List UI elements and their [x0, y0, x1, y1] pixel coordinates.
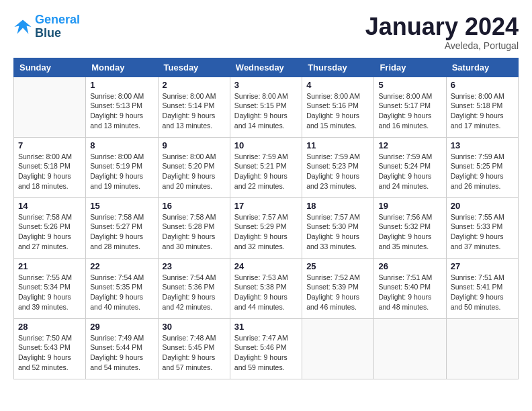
day-number: 16 — [163, 201, 226, 211]
day-info: Sunrise: 7:47 AMSunset: 5:46 PMDaylight:… — [234, 333, 298, 373]
logo: General Blue — [13, 13, 80, 40]
calendar-cell: 11Sunrise: 7:59 AMSunset: 5:23 PMDayligh… — [302, 137, 374, 197]
day-number: 18 — [306, 201, 369, 211]
calendar-cell: 31Sunrise: 7:47 AMSunset: 5:46 PMDayligh… — [230, 318, 302, 379]
day-info: Sunrise: 8:00 AMSunset: 5:13 PMDaylight:… — [90, 91, 153, 131]
day-number: 25 — [306, 261, 369, 271]
day-info: Sunrise: 7:59 AMSunset: 5:21 PMDaylight:… — [234, 152, 298, 191]
day-info: Sunrise: 8:00 AMSunset: 5:20 PMDaylight:… — [163, 152, 226, 191]
calendar-cell — [446, 318, 518, 379]
svg-marker-0 — [14, 19, 31, 34]
calendar-cell: 9Sunrise: 8:00 AMSunset: 5:20 PMDaylight… — [158, 137, 230, 197]
week-row-3: 14Sunrise: 7:58 AMSunset: 5:26 PMDayligh… — [14, 197, 519, 258]
calendar-cell: 19Sunrise: 7:56 AMSunset: 5:32 PMDayligh… — [374, 197, 446, 258]
calendar-cell: 18Sunrise: 7:57 AMSunset: 5:30 PMDayligh… — [302, 197, 374, 258]
calendar-cell: 27Sunrise: 7:51 AMSunset: 5:41 PMDayligh… — [446, 258, 518, 318]
calendar-cell: 1Sunrise: 8:00 AMSunset: 5:13 PMDaylight… — [86, 77, 158, 137]
calendar-table: SundayMondayTuesdayWednesdayThursdayFrid… — [13, 58, 519, 379]
day-number: 4 — [306, 80, 369, 90]
day-info: Sunrise: 8:00 AMSunset: 5:18 PMDaylight:… — [451, 91, 514, 131]
day-number: 2 — [163, 80, 226, 90]
calendar-cell: 7Sunrise: 8:00 AMSunset: 5:18 PMDaylight… — [14, 137, 86, 197]
day-number: 14 — [18, 201, 81, 211]
day-number: 17 — [234, 201, 298, 211]
calendar-cell — [374, 318, 446, 379]
day-info: Sunrise: 8:00 AMSunset: 5:18 PMDaylight:… — [18, 152, 81, 191]
day-info: Sunrise: 8:00 AMSunset: 5:19 PMDaylight:… — [90, 152, 153, 191]
week-row-5: 28Sunrise: 7:50 AMSunset: 5:43 PMDayligh… — [14, 318, 519, 379]
calendar-cell: 10Sunrise: 7:59 AMSunset: 5:21 PMDayligh… — [230, 137, 302, 197]
calendar-cell: 22Sunrise: 7:54 AMSunset: 5:35 PMDayligh… — [86, 258, 158, 318]
calendar-cell: 17Sunrise: 7:57 AMSunset: 5:29 PMDayligh… — [230, 197, 302, 258]
calendar-cell: 28Sunrise: 7:50 AMSunset: 5:43 PMDayligh… — [14, 318, 86, 379]
day-number: 31 — [234, 322, 298, 332]
calendar-cell: 2Sunrise: 8:00 AMSunset: 5:14 PMDaylight… — [158, 77, 230, 137]
logo-icon — [13, 17, 32, 36]
weekday-header-monday: Monday — [86, 58, 158, 77]
day-info: Sunrise: 7:57 AMSunset: 5:30 PMDaylight:… — [306, 212, 369, 252]
weekday-header-thursday: Thursday — [302, 58, 374, 77]
calendar-cell: 16Sunrise: 7:58 AMSunset: 5:28 PMDayligh… — [158, 197, 230, 258]
calendar-cell: 20Sunrise: 7:55 AMSunset: 5:33 PMDayligh… — [446, 197, 518, 258]
day-info: Sunrise: 7:59 AMSunset: 5:25 PMDaylight:… — [451, 152, 514, 191]
day-number: 8 — [90, 140, 153, 150]
day-number: 3 — [234, 80, 298, 90]
calendar-cell: 29Sunrise: 7:49 AMSunset: 5:44 PMDayligh… — [86, 318, 158, 379]
week-row-1: 1Sunrise: 8:00 AMSunset: 5:13 PMDaylight… — [14, 77, 519, 137]
day-info: Sunrise: 7:58 AMSunset: 5:26 PMDaylight:… — [18, 212, 81, 252]
day-info: Sunrise: 7:54 AMSunset: 5:35 PMDaylight:… — [90, 273, 153, 312]
day-info: Sunrise: 7:52 AMSunset: 5:39 PMDaylight:… — [306, 273, 369, 312]
day-number: 15 — [90, 201, 153, 211]
calendar-cell: 25Sunrise: 7:52 AMSunset: 5:39 PMDayligh… — [302, 258, 374, 318]
day-info: Sunrise: 7:57 AMSunset: 5:29 PMDaylight:… — [234, 212, 298, 252]
weekday-header-saturday: Saturday — [446, 58, 518, 77]
day-number: 22 — [90, 261, 153, 271]
day-info: Sunrise: 7:49 AMSunset: 5:44 PMDaylight:… — [90, 333, 153, 373]
day-info: Sunrise: 7:58 AMSunset: 5:27 PMDaylight:… — [90, 212, 153, 252]
weekday-header-sunday: Sunday — [14, 58, 86, 77]
day-info: Sunrise: 7:50 AMSunset: 5:43 PMDaylight:… — [18, 333, 81, 373]
calendar-cell — [14, 77, 86, 137]
calendar-cell: 6Sunrise: 8:00 AMSunset: 5:18 PMDaylight… — [446, 77, 518, 137]
page-header: General Blue January 2024 Aveleda, Portu… — [13, 13, 519, 51]
day-number: 30 — [163, 322, 226, 332]
day-info: Sunrise: 7:56 AMSunset: 5:32 PMDaylight:… — [378, 212, 441, 252]
calendar-header-row: SundayMondayTuesdayWednesdayThursdayFrid… — [14, 58, 519, 77]
day-number: 19 — [378, 201, 441, 211]
day-number: 11 — [306, 140, 369, 150]
day-number: 1 — [90, 80, 153, 90]
day-info: Sunrise: 7:53 AMSunset: 5:38 PMDaylight:… — [234, 273, 298, 312]
day-info: Sunrise: 8:00 AMSunset: 5:17 PMDaylight:… — [378, 91, 441, 131]
logo-text: General Blue — [35, 13, 80, 40]
location: Aveleda, Portugal — [365, 40, 519, 51]
weekday-header-wednesday: Wednesday — [230, 58, 302, 77]
week-row-4: 21Sunrise: 7:55 AMSunset: 5:34 PMDayligh… — [14, 258, 519, 318]
day-number: 20 — [451, 201, 514, 211]
day-number: 24 — [234, 261, 298, 271]
day-number: 26 — [378, 261, 441, 271]
day-info: Sunrise: 7:55 AMSunset: 5:34 PMDaylight:… — [18, 273, 81, 312]
calendar-cell: 24Sunrise: 7:53 AMSunset: 5:38 PMDayligh… — [230, 258, 302, 318]
calendar-cell: 14Sunrise: 7:58 AMSunset: 5:26 PMDayligh… — [14, 197, 86, 258]
day-number: 9 — [163, 140, 226, 150]
day-info: Sunrise: 7:58 AMSunset: 5:28 PMDaylight:… — [163, 212, 226, 252]
day-number: 6 — [451, 80, 514, 90]
day-info: Sunrise: 7:54 AMSunset: 5:36 PMDaylight:… — [163, 273, 226, 312]
day-number: 5 — [378, 80, 441, 90]
day-info: Sunrise: 7:48 AMSunset: 5:45 PMDaylight:… — [163, 333, 226, 373]
day-number: 28 — [18, 322, 81, 332]
day-info: Sunrise: 7:59 AMSunset: 5:23 PMDaylight:… — [306, 152, 369, 191]
calendar-cell: 3Sunrise: 8:00 AMSunset: 5:15 PMDaylight… — [230, 77, 302, 137]
day-info: Sunrise: 8:00 AMSunset: 5:14 PMDaylight:… — [163, 91, 226, 131]
calendar-cell: 15Sunrise: 7:58 AMSunset: 5:27 PMDayligh… — [86, 197, 158, 258]
day-number: 21 — [18, 261, 81, 271]
calendar-cell: 23Sunrise: 7:54 AMSunset: 5:36 PMDayligh… — [158, 258, 230, 318]
calendar-cell: 30Sunrise: 7:48 AMSunset: 5:45 PMDayligh… — [158, 318, 230, 379]
calendar-cell: 13Sunrise: 7:59 AMSunset: 5:25 PMDayligh… — [446, 137, 518, 197]
calendar-cell — [302, 318, 374, 379]
day-number: 13 — [451, 140, 514, 150]
day-info: Sunrise: 7:51 AMSunset: 5:41 PMDaylight:… — [451, 273, 514, 312]
month-title: January 2024 — [365, 13, 519, 40]
calendar-cell: 26Sunrise: 7:51 AMSunset: 5:40 PMDayligh… — [374, 258, 446, 318]
weekday-header-friday: Friday — [374, 58, 446, 77]
